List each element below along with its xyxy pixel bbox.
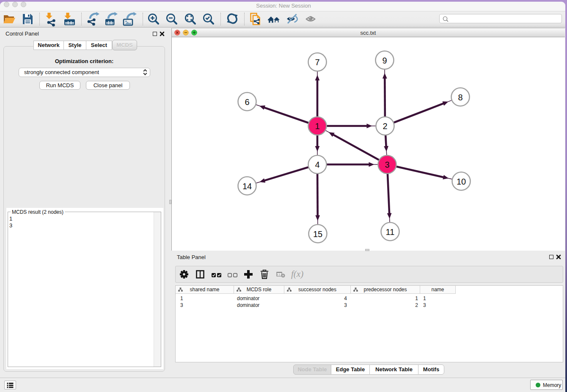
svg-text:7: 7 <box>315 58 319 67</box>
svg-text:1: 1 <box>315 121 319 131</box>
svg-text:8: 8 <box>458 93 462 102</box>
svg-text:11: 11 <box>386 227 395 237</box>
svg-text:4: 4 <box>315 160 319 169</box>
svg-text:9: 9 <box>382 56 387 65</box>
svg-text:15: 15 <box>313 229 322 239</box>
svg-text:10: 10 <box>457 177 466 186</box>
svg-text:6: 6 <box>245 97 249 107</box>
svg-text:2: 2 <box>383 121 387 131</box>
svg-text:3: 3 <box>385 160 389 169</box>
svg-text:14: 14 <box>242 182 252 191</box>
